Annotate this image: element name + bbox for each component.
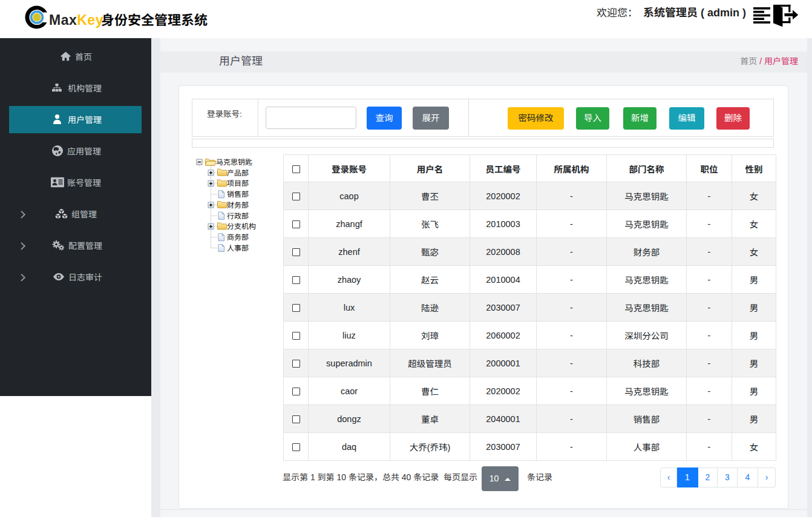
svg-text:商务部: 商务部 — [227, 233, 249, 242]
svg-text:行政部: 行政部 — [227, 212, 249, 220]
svg-text:财务部: 财务部 — [227, 201, 249, 210]
svg-text:产品部: 产品部 — [227, 169, 249, 177]
svg-text:分支机构: 分支机构 — [227, 222, 256, 231]
svg-text:马克思钥匙: 马克思钥匙 — [216, 158, 252, 167]
svg-text:项目部: 项目部 — [227, 179, 249, 188]
svg-text:人事部: 人事部 — [227, 244, 249, 253]
svg-text:销售部: 销售部 — [227, 190, 249, 199]
